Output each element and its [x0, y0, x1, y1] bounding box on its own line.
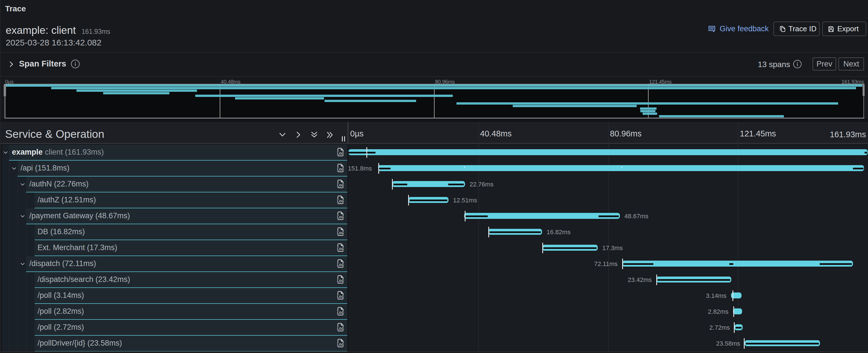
svg-text:LOG: LOG	[337, 327, 344, 330]
svg-text:LOG: LOG	[337, 199, 344, 203]
svg-text:LOG: LOG	[337, 263, 344, 266]
svg-text:LOG: LOG	[337, 168, 344, 171]
svg-text:LOG: LOG	[337, 216, 344, 219]
svg-text:LOG: LOG	[337, 279, 344, 283]
svg-text:LOG: LOG	[337, 231, 344, 235]
svg-text:LOG: LOG	[337, 311, 344, 314]
svg-text:LOG: LOG	[337, 184, 344, 187]
svg-text:LOG: LOG	[337, 247, 344, 251]
svg-text:LOG: LOG	[337, 295, 344, 298]
svg-text:LOG: LOG	[337, 152, 344, 155]
svg-text:LOG: LOG	[337, 343, 344, 346]
